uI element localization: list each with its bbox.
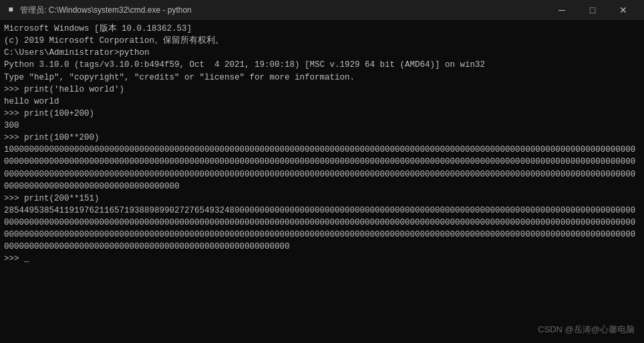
console-line: >>> _ (4, 253, 640, 265)
console-line: Python 3.10.0 (tags/v3.10.0:b494f59, Oct… (4, 59, 640, 71)
console-line: 1000000000000000000000000000000000000000… (4, 144, 640, 193)
console-line: hello world (4, 96, 640, 108)
console-line: >>> print(200**151) (4, 193, 640, 205)
window-controls: ─ □ ✕ (546, 0, 639, 20)
console-output[interactable]: Microsoft Windows [版本 10.0.18362.53](c) … (0, 20, 644, 343)
console-line: >>> print('hello world') (4, 84, 640, 96)
console-line: 300 (4, 120, 640, 132)
window-icon: ■ (5, 5, 16, 15)
console-line: Microsoft Windows [版本 10.0.18362.53] (4, 23, 640, 35)
title-bar: ■ 管理员: C:\Windows\system32\cmd.exe - pyt… (0, 0, 644, 20)
console-line: 2854495385411919762116571938898990272765… (4, 205, 640, 253)
maximize-button[interactable]: □ (577, 0, 608, 20)
console-line: (c) 2019 Microsoft Corporation。保留所有权利。 (4, 35, 640, 47)
window-title: 管理员: C:\Windows\system32\cmd.exe - pytho… (20, 5, 546, 16)
watermark: CSDN @岳涛@心馨电脑 (538, 324, 635, 336)
close-button[interactable]: ✕ (608, 0, 639, 20)
minimize-button[interactable]: ─ (546, 0, 577, 20)
console-line: >>> print(100**200) (4, 132, 640, 144)
console-line: >>> print(100+200) (4, 108, 640, 120)
console-line: C:\Users\Administrator>python (4, 47, 640, 59)
console-line: Type "help", "copyright", "credits" or "… (4, 72, 640, 84)
cmd-window: ■ 管理员: C:\Windows\system32\cmd.exe - pyt… (0, 0, 644, 343)
